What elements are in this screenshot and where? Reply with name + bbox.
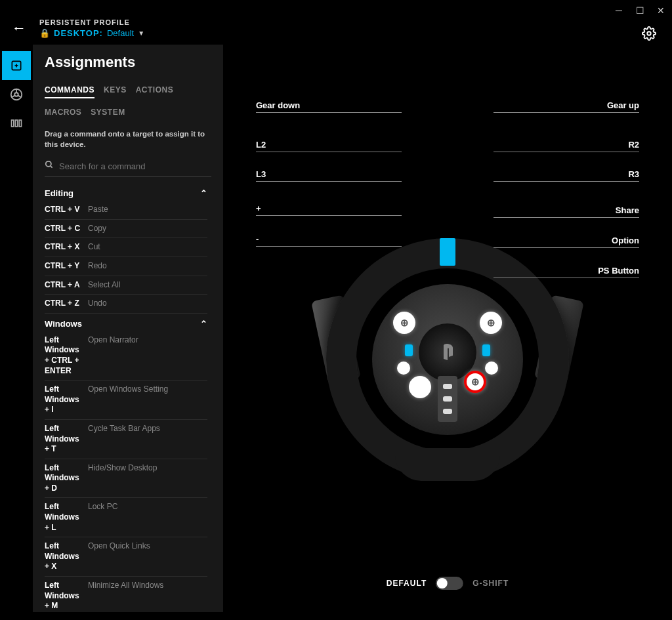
command-item[interactable]: Left Windows + DHide/Show Desktop xyxy=(45,459,207,499)
wheel-label-r2[interactable]: R2 xyxy=(628,140,639,150)
mode-toggle: DEFAULT G-SHIFT xyxy=(387,577,509,590)
wheel-label-r3[interactable]: R3 xyxy=(628,169,639,179)
rail-wheel[interactable] xyxy=(2,80,31,109)
icon-rail xyxy=(0,45,33,612)
svg-line-13 xyxy=(51,166,52,168)
wheel-label-l3[interactable]: L3 xyxy=(256,169,266,179)
svg-line-8 xyxy=(18,95,21,97)
wheel-label-share[interactable]: Share xyxy=(616,205,639,215)
group-header-editing[interactable]: Editing⌃ xyxy=(45,188,207,198)
chevron-down-icon: ▼ xyxy=(138,30,144,37)
svg-rect-9 xyxy=(12,120,14,127)
search-icon xyxy=(45,160,54,172)
wheel-label-gear-down[interactable]: Gear down xyxy=(256,100,300,110)
wheel-label-l2[interactable]: L2 xyxy=(256,140,266,150)
tab-keys[interactable]: KEYS xyxy=(104,85,127,98)
command-key: Left Windows + L xyxy=(45,502,83,533)
command-item[interactable]: Left Windows + CTRL + ENTEROpen Narrator xyxy=(45,331,207,381)
command-key: CTRL + C xyxy=(45,224,83,234)
command-key: Left Windows + X xyxy=(45,541,83,572)
command-item[interactable]: CTRL + XCut xyxy=(45,238,207,257)
command-key: Left Windows + D xyxy=(45,463,83,494)
command-item[interactable]: CTRL + ASelect All xyxy=(45,276,207,295)
command-desc: Cycle Task Bar Apps xyxy=(88,424,160,434)
wheel-label-option[interactable]: Option xyxy=(612,236,639,245)
wheel-label-gear-up[interactable]: Gear up xyxy=(607,100,639,110)
svg-point-12 xyxy=(46,161,51,167)
mode-gshift-label[interactable]: G-SHIFT xyxy=(472,579,509,588)
svg-rect-10 xyxy=(15,120,17,127)
search-input[interactable] xyxy=(59,161,211,171)
command-item[interactable]: CTRL + ZUndo xyxy=(45,295,207,314)
command-item[interactable]: CTRL + YRedo xyxy=(45,257,207,276)
profile-selector[interactable]: 🔒 DESKTOP: Default ▼ xyxy=(39,28,144,38)
device-view: ⊕ ⊕ ⊕ Gear downL2L3+-Gear upR2R3ShareOpt… xyxy=(223,45,672,612)
page-title: Assignments xyxy=(45,54,211,71)
group-header-windows[interactable]: Windows⌃ xyxy=(45,319,207,329)
close-button[interactable]: ✕ xyxy=(656,5,665,16)
svg-point-0 xyxy=(647,31,651,35)
command-desc: Cut xyxy=(88,242,100,253)
maximize-button[interactable]: ☐ xyxy=(635,5,644,16)
chevron-up-icon: ⌃ xyxy=(200,188,207,198)
mode-switch[interactable] xyxy=(436,577,463,590)
command-item[interactable]: Left Windows + TCycle Task Bar Apps xyxy=(45,420,207,459)
tab-commands[interactable]: COMMANDS xyxy=(45,85,94,98)
command-key: Left Windows + I xyxy=(45,384,83,415)
command-desc: Copy xyxy=(88,224,106,234)
command-item[interactable]: Left Windows + LLock PC xyxy=(45,498,207,537)
command-desc: Paste xyxy=(88,205,108,215)
tab-row: COMMANDSKEYSACTIONSMACROSSYSTEM xyxy=(45,85,211,119)
command-item[interactable]: Left Windows + MMinimize All Windows xyxy=(45,577,207,612)
command-key: Left Windows + T xyxy=(45,424,83,455)
command-key: Left Windows + M xyxy=(45,581,83,611)
svg-line-7 xyxy=(12,95,15,97)
rail-assignments[interactable] xyxy=(2,51,31,80)
command-list[interactable]: Editing⌃CTRL + VPasteCTRL + CCopyCTRL + … xyxy=(45,183,211,612)
sidebar-panel: Assignments COMMANDSKEYSACTIONSMACROSSYS… xyxy=(33,45,223,612)
rail-pedals[interactable] xyxy=(2,109,31,138)
window-controls: ─ ☐ ✕ xyxy=(614,5,665,16)
command-item[interactable]: Left Windows + IOpen Windows Setting xyxy=(45,381,207,420)
settings-button[interactable] xyxy=(642,26,656,44)
command-key: CTRL + A xyxy=(45,280,83,291)
wheel-label-ps-button[interactable]: PS Button xyxy=(598,266,639,276)
mode-default-label[interactable]: DEFAULT xyxy=(387,579,427,588)
wheel-label-+[interactable]: + xyxy=(256,203,261,213)
command-desc: Select All xyxy=(88,280,120,291)
command-key: CTRL + Y xyxy=(45,261,83,272)
command-item[interactable]: CTRL + VPaste xyxy=(45,201,207,220)
command-key: CTRL + Z xyxy=(45,299,83,309)
tab-system[interactable]: SYSTEM xyxy=(91,108,125,119)
wheel-label--[interactable]: - xyxy=(256,234,259,244)
command-item[interactable]: CTRL + CCopy xyxy=(45,220,207,239)
command-desc: Minimize All Windows xyxy=(88,581,163,591)
command-desc: Hide/Show Desktop xyxy=(88,463,157,474)
tab-actions[interactable]: ACTIONS xyxy=(136,85,174,98)
chevron-up-icon: ⌃ xyxy=(200,319,207,329)
command-key: CTRL + V xyxy=(45,205,83,215)
command-item[interactable]: Left Windows + XOpen Quick Links xyxy=(45,537,207,577)
persistent-label: PERSISTENT PROFILE xyxy=(39,18,144,26)
wheel-labels-layer: Gear downL2L3+-Gear upR2R3ShareOptionPS … xyxy=(223,45,672,612)
minimize-button[interactable]: ─ xyxy=(614,5,623,16)
svg-rect-11 xyxy=(19,120,21,127)
lock-icon: 🔒 xyxy=(39,28,50,38)
command-desc: Open Windows Setting xyxy=(88,384,168,395)
tab-macros[interactable]: MACROS xyxy=(45,108,81,119)
command-desc: Lock PC xyxy=(88,502,117,512)
command-desc: Open Quick Links xyxy=(88,541,150,552)
back-button[interactable]: ← xyxy=(12,20,26,37)
header: ← PERSISTENT PROFILE 🔒 DESKTOP: Default … xyxy=(0,0,672,45)
search-row xyxy=(45,157,211,176)
command-key: CTRL + X xyxy=(45,242,83,253)
command-key: Left Windows + CTRL + ENTER xyxy=(45,335,83,376)
command-desc: Undo xyxy=(88,299,107,309)
command-desc: Redo xyxy=(88,261,107,272)
instructions-text: Drag a command onto a target to assign i… xyxy=(45,129,211,150)
svg-point-5 xyxy=(14,93,18,96)
command-desc: Open Narrator xyxy=(88,335,138,346)
